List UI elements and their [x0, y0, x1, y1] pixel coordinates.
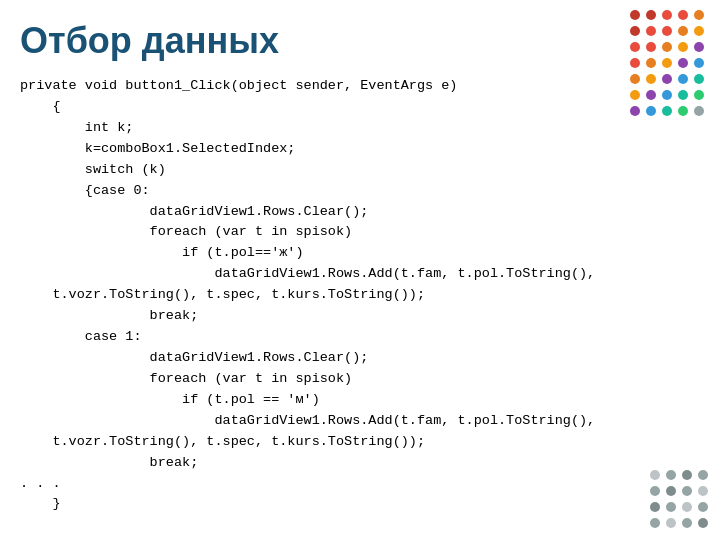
dots-decoration-top — [630, 10, 710, 130]
slide-container: Отбор данных private void button1_Click(… — [0, 0, 720, 540]
dots-decoration-bottom — [650, 470, 710, 530]
slide-title: Отбор данных — [20, 20, 690, 62]
code-block: private void button1_Click(object sender… — [20, 76, 690, 515]
